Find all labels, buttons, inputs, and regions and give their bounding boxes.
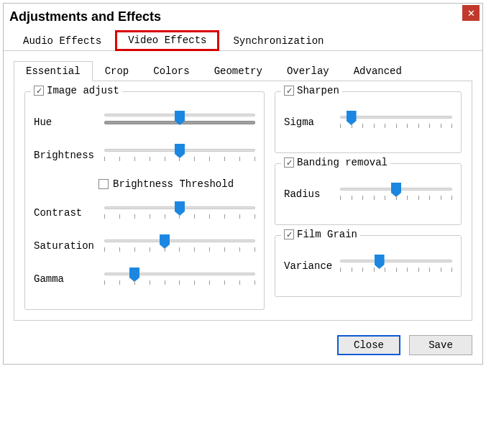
sub-tabs: Essential Crop Colors Geometry Overlay A… (14, 61, 472, 81)
footer: Close Save (4, 328, 482, 364)
label-sigma: Sigma (284, 116, 334, 128)
title: Adjustments and Effects (9, 9, 161, 24)
label-sharpen: Sharpen (297, 85, 339, 96)
tab-audio-effects[interactable]: Audio Effects (9, 30, 115, 51)
slider-contrast[interactable] (104, 203, 255, 223)
checkbox-banding-removal[interactable] (284, 157, 294, 168)
tab-geometry[interactable]: Geometry (202, 61, 275, 81)
tab-colors[interactable]: Colors (141, 61, 201, 81)
tab-crop[interactable]: Crop (93, 61, 142, 81)
main-tabs: Audio Effects Video Effects Synchronizat… (4, 30, 482, 51)
group-image-adjust: Image adjust Hue Brightness (24, 91, 265, 310)
titlebar: Adjustments and Effects ✕ (4, 4, 482, 29)
checkbox-brightness-threshold[interactable] (98, 179, 109, 189)
label-saturation: Saturation (34, 240, 98, 252)
slider-brightness[interactable] (104, 145, 255, 165)
tab-advanced[interactable]: Advanced (341, 61, 414, 81)
close-icon[interactable]: ✕ (462, 5, 480, 21)
checkbox-sharpen[interactable] (284, 86, 294, 96)
tab-video-effects[interactable]: Video Effects (115, 30, 219, 51)
slider-sigma[interactable] (340, 112, 452, 132)
label-film-grain: Film Grain (297, 229, 357, 240)
checkbox-film-grain[interactable] (284, 229, 294, 239)
label-variance: Variance (284, 260, 334, 272)
label-image-adjust: Image adjust (47, 85, 119, 96)
tab-overlay[interactable]: Overlay (275, 61, 341, 81)
slider-saturation[interactable] (104, 236, 255, 256)
tab-essential[interactable]: Essential (14, 61, 93, 81)
label-brightness: Brightness (34, 150, 98, 161)
label-hue: Hue (34, 116, 98, 128)
group-film-grain: Film Grain Variance (275, 235, 462, 297)
slider-gamma[interactable] (104, 269, 255, 289)
label-banding-removal: Banding removal (297, 157, 388, 168)
essential-panel: Image adjust Hue Brightness (14, 81, 472, 321)
group-banding-removal: Banding removal Radius (275, 163, 462, 225)
slider-hue[interactable] (104, 112, 255, 132)
checkbox-image-adjust[interactable] (34, 86, 44, 96)
slider-variance[interactable] (340, 256, 452, 276)
label-contrast: Contrast (34, 207, 98, 219)
label-radius: Radius (284, 188, 334, 200)
save-button[interactable]: Save (409, 335, 472, 355)
label-gamma: Gamma (34, 273, 98, 285)
tab-synchronization[interactable]: Synchronization (219, 30, 337, 51)
group-sharpen: Sharpen Sigma (275, 91, 462, 153)
close-button[interactable]: Close (337, 335, 400, 355)
label-brightness-threshold: Brightness Threshold (113, 178, 234, 190)
slider-radius[interactable] (340, 184, 452, 204)
dialog-window: Adjustments and Effects ✕ Audio Effects … (3, 3, 483, 365)
